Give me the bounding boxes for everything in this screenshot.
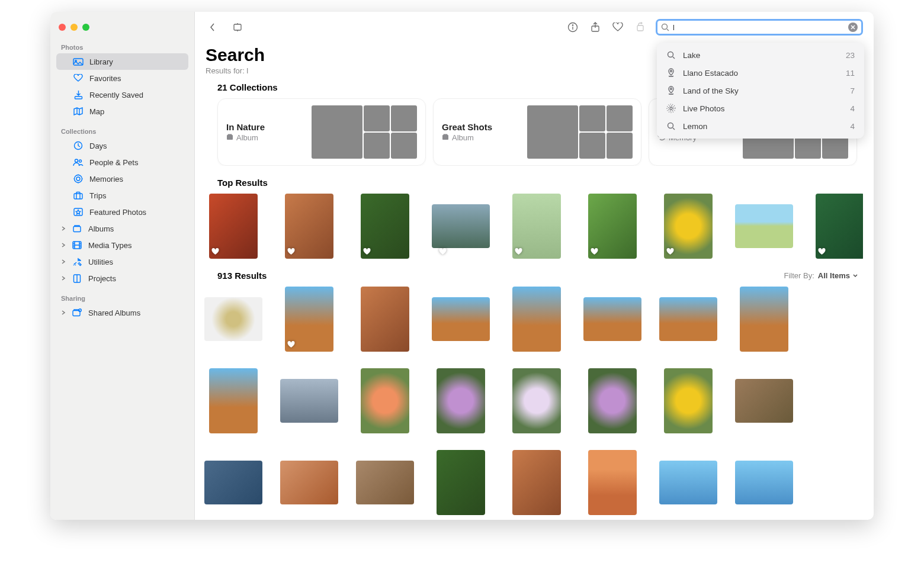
- sidebar-item-featured-photos[interactable]: Featured Photos: [56, 204, 188, 220]
- photo-image: [735, 379, 793, 423]
- share-button[interactable]: [588, 20, 602, 34]
- suggestion-lake[interactable]: Lake23: [657, 46, 864, 64]
- favorite-badge-icon: [515, 247, 523, 255]
- filter-dropdown[interactable]: Filter By: All Items: [784, 271, 858, 280]
- photo-thumbnail[interactable]: [659, 450, 717, 515]
- disclosure-chevron-icon[interactable]: [61, 224, 67, 233]
- photo-thumbnail[interactable]: [432, 287, 490, 352]
- favorite-badge-icon: [287, 247, 296, 255]
- photo-thumbnail[interactable]: [735, 368, 793, 433]
- collection-thumb: [579, 105, 605, 131]
- sidebar-item-label: Trips: [89, 191, 106, 200]
- sidebar-item-days[interactable]: Days: [56, 137, 188, 154]
- filter-label: Filter By:: [784, 271, 814, 280]
- photo-thumbnail[interactable]: [432, 368, 490, 433]
- top-results-row: [203, 194, 863, 259]
- photo-image: [432, 204, 490, 248]
- photo-image: [664, 368, 713, 433]
- photo-thumbnail[interactable]: [659, 368, 717, 433]
- suggestion-lemon[interactable]: Lemon4: [657, 117, 864, 135]
- zoom-window[interactable]: [82, 24, 89, 31]
- sidebar-item-albums[interactable]: Albums: [56, 220, 188, 237]
- back-button[interactable]: [206, 20, 220, 34]
- photo-thumbnail[interactable]: [583, 287, 641, 352]
- photo-thumbnail[interactable]: [280, 194, 338, 259]
- minimize-window[interactable]: [70, 24, 78, 31]
- disclosure-chevron-icon[interactable]: [61, 241, 67, 250]
- suggestion-live-photos[interactable]: Live Photos4: [657, 99, 864, 117]
- favorite-button[interactable]: [611, 20, 625, 34]
- disclosure-chevron-icon[interactable]: [61, 258, 67, 266]
- svg-rect-28: [227, 135, 233, 140]
- map-icon: [73, 106, 84, 117]
- results-count-header: 913 Results: [217, 271, 267, 281]
- photo-thumbnail[interactable]: [356, 368, 414, 433]
- photo-thumbnail[interactable]: [204, 450, 262, 515]
- search-input[interactable]: [673, 23, 845, 32]
- favorite-badge-icon: [591, 247, 599, 255]
- photo-thumbnail[interactable]: [811, 194, 863, 259]
- suggestion-llano-estacado[interactable]: Llano Estacado11: [657, 64, 864, 82]
- photo-thumbnail[interactable]: [659, 287, 717, 352]
- sidebar-item-label: Media Types: [88, 241, 131, 250]
- disclosure-chevron-icon[interactable]: [61, 274, 67, 283]
- photo-thumbnail[interactable]: [280, 368, 338, 433]
- collection-thumb: [607, 133, 633, 159]
- photo-thumbnail[interactable]: [356, 450, 414, 515]
- svg-point-27: [668, 123, 673, 128]
- sidebar-item-favorites[interactable]: Favorites: [56, 70, 188, 86]
- svg-point-6: [75, 175, 82, 183]
- photo-thumbnail[interactable]: [583, 368, 641, 433]
- sidebar-item-utilities[interactable]: Utilities: [56, 253, 188, 270]
- live-icon: [666, 104, 676, 113]
- photo-thumbnail[interactable]: [508, 368, 566, 433]
- suggestion-count: 11: [846, 69, 855, 78]
- sidebar-item-projects[interactable]: Projects: [56, 270, 188, 287]
- sidebar-item-recently-saved[interactable]: Recently Saved: [56, 86, 188, 103]
- photo-thumbnail[interactable]: [583, 450, 641, 515]
- photo-thumbnail[interactable]: [735, 450, 793, 515]
- photo-thumbnail[interactable]: [280, 287, 338, 352]
- suggestion-count: 4: [850, 104, 855, 113]
- photo-thumbnail[interactable]: [659, 194, 717, 259]
- photo-thumbnail[interactable]: [735, 287, 793, 352]
- disclosure-chevron-icon[interactable]: [61, 308, 67, 317]
- photo-thumbnail[interactable]: [356, 287, 414, 352]
- sidebar-item-media-types[interactable]: Media Types: [56, 237, 188, 253]
- photo-thumbnail[interactable]: [432, 450, 490, 515]
- rotate-button[interactable]: [633, 20, 647, 34]
- photo-thumbnail[interactable]: [356, 194, 414, 259]
- view-options-button[interactable]: [230, 20, 245, 34]
- collection-card[interactable]: In NatureAlbum: [217, 98, 426, 166]
- clear-search-button[interactable]: [848, 22, 858, 32]
- favorite-badge-icon: [818, 247, 826, 255]
- suggestion-count: 23: [846, 51, 855, 60]
- photo-thumbnail[interactable]: [280, 450, 338, 515]
- sidebar-item-memories[interactable]: Memories: [56, 171, 188, 187]
- suggestion-land-of-the-sky[interactable]: Land of the Sky7: [657, 82, 864, 99]
- photo-thumbnail[interactable]: [204, 194, 262, 259]
- photo-image: [583, 297, 641, 341]
- photo-image: [437, 450, 485, 515]
- photo-thumbnail[interactable]: [432, 194, 490, 259]
- window-controls: [50, 17, 194, 40]
- photo-thumbnail[interactable]: [204, 368, 262, 433]
- collection-card[interactable]: Great ShotsAlbum: [433, 98, 641, 166]
- close-window[interactable]: [59, 24, 66, 31]
- sidebar-item-trips[interactable]: Trips: [56, 187, 188, 204]
- sidebar-item-map[interactable]: Map: [56, 103, 188, 120]
- media-icon: [72, 240, 82, 250]
- sidebar-item-people-pets[interactable]: People & Pets: [56, 154, 188, 171]
- search-field[interactable]: [656, 19, 863, 36]
- sidebar-item-shared-albums[interactable]: Shared Albums: [56, 304, 188, 321]
- photo-thumbnail[interactable]: [735, 194, 793, 259]
- photo-thumbnail[interactable]: [204, 287, 262, 352]
- photo-thumbnail[interactable]: [508, 194, 566, 259]
- pin-icon: [666, 86, 676, 95]
- info-button[interactable]: [566, 20, 580, 34]
- photo-thumbnail[interactable]: [508, 287, 566, 352]
- photo-thumbnail[interactable]: [508, 450, 566, 515]
- album-icon: [72, 223, 82, 234]
- photo-thumbnail[interactable]: [583, 194, 641, 259]
- sidebar-item-library[interactable]: Library: [56, 53, 188, 70]
